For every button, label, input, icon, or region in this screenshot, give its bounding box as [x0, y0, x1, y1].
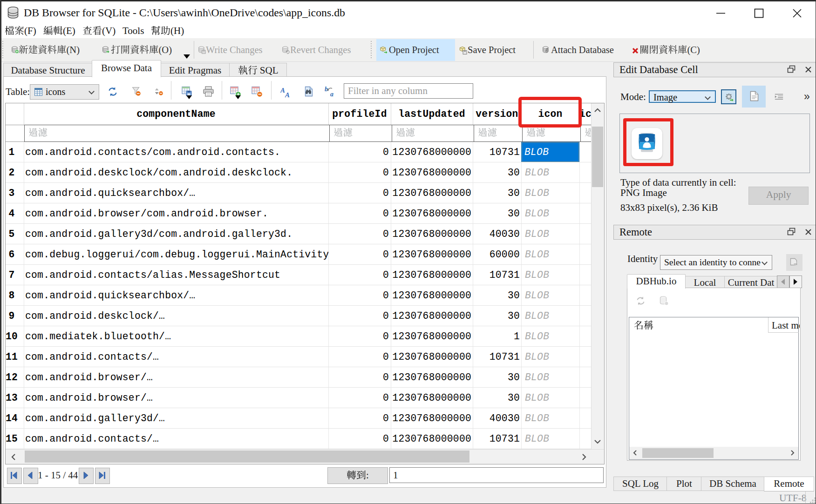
- svg-text:A: A: [285, 91, 290, 98]
- svg-text:A: A: [280, 87, 285, 94]
- svg-text:b: b: [325, 86, 328, 93]
- svg-text:a: a: [330, 91, 333, 97]
